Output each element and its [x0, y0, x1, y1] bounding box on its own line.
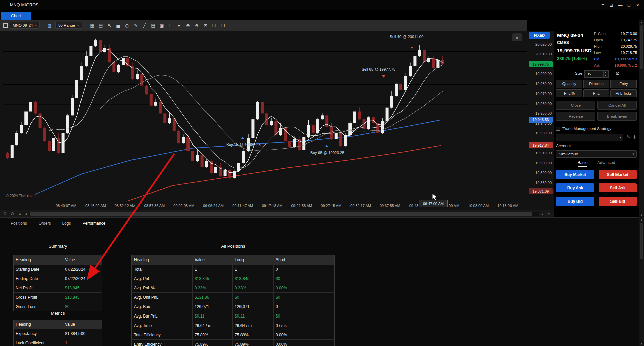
table-row[interactable]: Avg. Bar PnL$0.11$0.11$0: [132, 311, 334, 321]
chart-layout-icon[interactable]: ▦: [88, 22, 96, 29]
panel-tab-advanced[interactable]: Advanced: [597, 160, 615, 167]
scroll-left-button[interactable]: ◂: [23, 212, 29, 216]
column-header[interactable]: Value: [63, 320, 102, 329]
fixed-scale-button[interactable]: FIXED: [529, 32, 550, 39]
mode-button-quantity[interactable]: Quantity: [556, 80, 582, 88]
buy-ask-button[interactable]: Buy Ask: [556, 183, 594, 192]
buy-bid-button[interactable]: Buy Bid: [556, 197, 594, 206]
column-header[interactable]: Heading: [132, 255, 192, 264]
zoom-in-icon[interactable]: ⊕: [1, 211, 9, 216]
minimize-icon[interactable]: —: [616, 0, 625, 10]
axis-link-y-icon[interactable]: ⌐: [175, 22, 183, 29]
tab-chart[interactable]: Chart: [1, 12, 31, 20]
account-dropdown[interactable]: SimDefault ▾: [556, 150, 637, 158]
table-row[interactable]: Starting Date07/22/2024: [14, 264, 102, 274]
panel-tab-basic[interactable]: Basic: [578, 160, 587, 167]
scroll-down-icon[interactable]: ▾: [639, 213, 644, 217]
table-row[interactable]: Avg. Time26.64 / m26.64 / m0 / ms: [132, 321, 334, 330]
zoom-out-icon[interactable]: ⊖: [193, 22, 200, 29]
chart-area[interactable]: Sell 40 @ 20011.00Sell 65 @ 19977.75Buy …: [0, 31, 527, 201]
candlestick-chart[interactable]: Sell 40 @ 20011.00Sell 65 @ 19977.75Buy …: [3, 32, 527, 201]
reverse-button[interactable]: Reverse: [556, 112, 595, 121]
scrollbar-thumb[interactable]: [640, 223, 643, 260]
tab-orders[interactable]: Orders: [38, 219, 52, 228]
table-row[interactable]: Gross Loss$0: [14, 302, 102, 311]
time-icon[interactable]: ◷: [123, 22, 130, 29]
close-button[interactable]: Close: [556, 101, 595, 110]
gear-icon[interactable]: ⚙: [615, 71, 620, 76]
scroll-end-button[interactable]: »: [545, 211, 552, 216]
target-icon[interactable]: ◎: [633, 134, 636, 139]
table-row[interactable]: Net Profit$13,845: [14, 283, 102, 292]
trendline-icon[interactable]: ╱: [141, 22, 148, 29]
size-decrement-button[interactable]: ▾: [604, 74, 608, 77]
edit-icon[interactable]: ✎: [627, 134, 630, 139]
table-row[interactable]: Avg. Bars126,071126,0710: [132, 302, 334, 311]
volume-icon[interactable]: ▅: [114, 22, 122, 29]
tab-performance[interactable]: Performance: [82, 219, 106, 228]
menu-icon[interactable]: ≡: [598, 0, 607, 10]
mode-button-entry[interactable]: Entry: [610, 80, 637, 88]
bar-type-icon[interactable]: ▥: [46, 22, 53, 29]
zoom-out-icon[interactable]: ⊖: [9, 211, 16, 216]
size-input[interactable]: [585, 71, 603, 77]
mode-button-direction[interactable]: Direction: [583, 80, 609, 88]
table-row[interactable]: Ending Date07/22/2024: [14, 274, 102, 283]
tab-logs[interactable]: Logs: [61, 219, 71, 228]
scrollbar-thumb[interactable]: [640, 25, 643, 69]
objects-list-icon[interactable]: ▤: [149, 22, 157, 29]
table-row[interactable]: Avg. Unit PnL$131.86$0$0: [132, 292, 334, 302]
column-header[interactable]: Short: [273, 255, 334, 264]
column-header[interactable]: Value: [63, 255, 102, 264]
maximize-icon[interactable]: □: [625, 0, 633, 10]
sell-bid-button[interactable]: Sell Bid: [599, 197, 637, 206]
scroll-start-button[interactable]: «: [16, 211, 23, 216]
table-row[interactable]: Expectancy$1,384,500: [14, 329, 102, 338]
scroll-up-icon[interactable]: ▴: [639, 21, 644, 24]
draw-icon[interactable]: ✎: [132, 22, 139, 29]
buy-market-button[interactable]: Buy Market: [556, 170, 594, 179]
scrollbar-thumb[interactable]: [30, 212, 532, 216]
table-row[interactable]: Avg. PnL$13,845$13,845$0: [132, 274, 334, 283]
tms-checkbox[interactable]: [556, 127, 560, 131]
tms-dropdown[interactable]: ▾: [556, 134, 623, 141]
axis-link-x-icon[interactable]: ∟: [167, 22, 174, 29]
sell-market-button[interactable]: Sell Market: [599, 170, 637, 179]
mode-button-pnl-ticks[interactable]: PnL Ticks: [610, 89, 637, 98]
scrollbar-track[interactable]: [29, 212, 539, 216]
zoom-in-icon[interactable]: ⊕: [184, 22, 192, 29]
instrument-icon[interactable]: [3, 23, 8, 28]
table-row[interactable]: Avg. PnL %0.33%0.33%0.00%: [132, 283, 334, 292]
scroll-right-button[interactable]: ▸: [540, 212, 545, 216]
chart-style-icon[interactable]: ▤: [97, 22, 104, 29]
time-axis[interactable]: 08:40:07 AM08:45:02 AM08:52:12 AM08:57:3…: [0, 201, 527, 210]
sell-ask-button[interactable]: Sell Ask: [599, 183, 637, 192]
panel-vertical-scrollbar[interactable]: ▴ ▾: [639, 20, 644, 217]
scroll-down-icon[interactable]: ▾: [639, 342, 644, 345]
price-axis[interactable]: 20,020.0020,010.0020,000.0019,990.0019,9…: [527, 31, 554, 210]
notes-icon[interactable]: ▣: [158, 22, 165, 29]
break-even-button[interactable]: Break Even: [597, 112, 637, 121]
range-selector[interactable]: 50 Range ▾: [55, 22, 82, 29]
scroll-up-icon[interactable]: ▴: [639, 218, 644, 221]
zoom-reset-icon[interactable]: ⊡: [202, 22, 209, 29]
column-header[interactable]: Heading: [14, 320, 63, 329]
symbol-selector[interactable]: MNQ 09-24 ▾: [10, 22, 40, 29]
popout-icon[interactable]: ⊟: [607, 0, 616, 10]
table-row[interactable]: Entry Efficiency75.89%75.89%0.00%: [132, 339, 334, 346]
size-increment-button[interactable]: ▴: [604, 71, 608, 74]
column-header[interactable]: Heading: [14, 255, 63, 264]
open-icon[interactable]: ❏: [210, 22, 218, 29]
table-row[interactable]: Total110: [132, 264, 334, 274]
table-row[interactable]: Total Efficiency75.89%75.89%0.00%: [132, 330, 334, 339]
column-header[interactable]: Long: [232, 255, 273, 264]
close-icon[interactable]: ✕: [633, 0, 642, 10]
cursor-icon[interactable]: ↖: [106, 22, 113, 29]
column-header[interactable]: Value: [192, 255, 232, 264]
table-row[interactable]: Gross Profit$13,845: [14, 292, 102, 302]
mode-button-pnl[interactable]: PnL: [583, 89, 609, 98]
table-row[interactable]: Luck Coefficient1: [14, 338, 102, 346]
save-icon[interactable]: ❒: [219, 22, 226, 29]
bottom-vertical-scrollbar[interactable]: ▴ ▾: [639, 217, 644, 346]
tab-positions[interactable]: Positions: [10, 219, 28, 228]
